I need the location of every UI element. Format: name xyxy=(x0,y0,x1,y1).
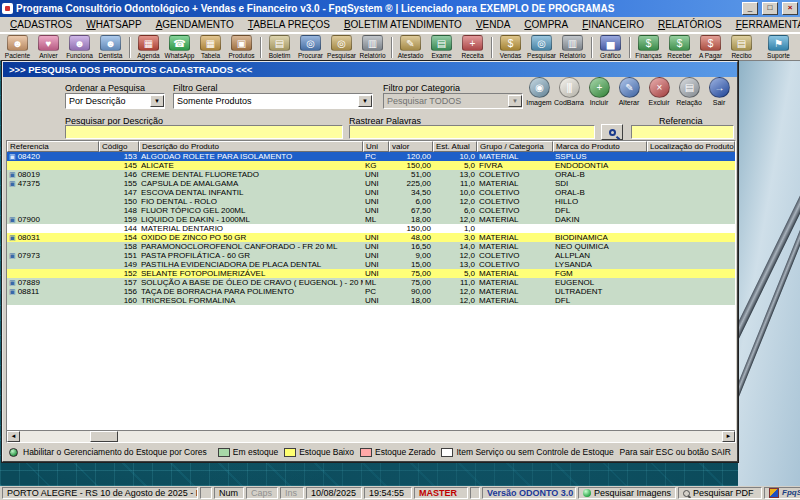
scroll-left-icon[interactable]: ◄ xyxy=(7,431,20,442)
toolbar-button[interactable]: ♥ Aniver xyxy=(33,35,64,60)
table-row[interactable]: ▣08420 153 ALGODAO ROLETE PARA ISOLAMENT… xyxy=(7,152,735,161)
table-row[interactable]: 152 SELANTE FOTOPOLIMERIZÁVEL UNI 75,00 … xyxy=(7,269,735,278)
legend-item: Item Serviço ou sem Controle de Estoque xyxy=(435,447,613,457)
action-button[interactable]: × Excluir xyxy=(645,77,673,107)
table-row[interactable]: 148 FLUOR TÓPICO GEL 200ML UNI 67,50 6,0… xyxy=(7,206,735,215)
toolbar-button[interactable]: + Receita xyxy=(457,35,488,60)
table-row[interactable]: ▣08019 146 CREME DENTAL FLUORETADO UNI 5… xyxy=(7,170,735,179)
menu-item[interactable]: CADASTROS xyxy=(3,18,79,31)
table-row[interactable]: 145 ALICATE KG 150,00 5,0 FIVRA ENDODONT… xyxy=(7,161,735,170)
legend-label: Item Serviço ou sem Controle de Estoque xyxy=(456,447,613,457)
toolbar-button[interactable]: ☻ Dentista xyxy=(95,35,126,60)
menu-item[interactable]: AGENDAMENTO xyxy=(149,18,241,31)
toolbar-button[interactable]: ▥ Relatório xyxy=(357,35,388,60)
toolbar-button[interactable]: ▦ Tabela xyxy=(195,35,226,60)
maximize-button[interactable]: □ xyxy=(762,2,778,15)
action-button[interactable]: ▤ Relação xyxy=(675,77,703,107)
action-button[interactable]: ||| CodBarra xyxy=(555,77,583,107)
column-header-grupo[interactable]: Grupo / Categoria xyxy=(477,141,553,152)
general-filter-label: Filtro Geral xyxy=(173,83,218,93)
window-title: Programa Consultório Odontológico + Vend… xyxy=(16,3,738,14)
category-filter-select[interactable]: Pesquisar TODOS ▼ xyxy=(383,93,523,109)
table-row[interactable]: ▣08811 156 TAÇA DE BORRACHA PARA POLIMEN… xyxy=(7,287,735,296)
table-row[interactable]: ▣08031 154 OXIDO DE ZINCO PO 50 GR UNI 4… xyxy=(7,233,735,242)
scroll-right-icon[interactable]: ► xyxy=(722,431,735,442)
toolbar-button[interactable]: ▤ Exame xyxy=(426,35,457,60)
track-words-input[interactable] xyxy=(349,125,595,139)
table-row[interactable]: 158 PARAMONOCLOROFENOL CANFORADO - FR 20… xyxy=(7,242,735,251)
column-header-marca[interactable]: Marca do Produto xyxy=(553,141,647,152)
toolbar-button[interactable]: ▤ Boletim xyxy=(264,35,295,60)
toolbar-button[interactable]: ▅ Gráfico xyxy=(595,35,626,60)
toolbar-button[interactable]: ☻ Paciente xyxy=(2,35,33,60)
menu-item[interactable]: WHATSAPP xyxy=(79,18,148,31)
menu-item[interactable]: BOLETIM ATENDIMENTO xyxy=(337,18,469,31)
toolbar-button-label: Vendas xyxy=(500,51,522,60)
column-header-referencia[interactable]: Referencia xyxy=(7,141,99,152)
cell-marca: EUGENOL xyxy=(553,278,647,287)
table-row[interactable]: ▣47375 155 CAPSULA DE AMALGAMA UNI 225,0… xyxy=(7,179,735,188)
column-header-localizacao[interactable]: Localização do Produto xyxy=(647,141,735,152)
menu-item[interactable]: VENDA xyxy=(469,18,517,31)
toolbar-button[interactable]: ▥ Relatório xyxy=(557,35,588,60)
table-row[interactable]: 144 MATERIAL DENTARIO 150,00 1,0 xyxy=(7,224,735,233)
menu-item[interactable]: TABELA PREÇOS xyxy=(241,18,337,31)
order-filter-select[interactable]: Por Descrição ▼ xyxy=(65,93,165,109)
column-header-descricao[interactable]: Descrição do Produto xyxy=(139,141,363,152)
column-header-uni[interactable]: Uni xyxy=(363,141,389,152)
action-button[interactable]: ✎ Alterar xyxy=(615,77,643,107)
table-row[interactable]: 150 FIO DENTAL - ROLO UNI 6,00 12,0 COLE… xyxy=(7,197,735,206)
column-header-codigo[interactable]: Código xyxy=(99,141,139,152)
menu-item[interactable]: FINANCEIRO xyxy=(575,18,651,31)
toolbar-button-label: Gráfico xyxy=(600,51,621,60)
close-button[interactable]: × xyxy=(782,2,798,15)
table-row[interactable]: 147 ESCOVA DENTAL INFANTIL UNI 34,50 10,… xyxy=(7,188,735,197)
horizontal-scrollbar[interactable]: ◄ ► xyxy=(7,430,735,442)
toolbar-button[interactable]: ◎ Pesquisar xyxy=(326,35,357,60)
cell-codigo: 153 xyxy=(99,152,139,161)
toolbar-button[interactable]: ◎ Pesquisar xyxy=(526,35,557,60)
search-images-button[interactable]: Pesquisar Imagens xyxy=(578,487,676,499)
menu-item[interactable]: FERRAMENTAS xyxy=(729,18,800,31)
toolbar-button[interactable]: ▦ Agenda xyxy=(133,35,164,60)
action-button[interactable]: → Sair xyxy=(705,77,733,107)
chevron-down-icon[interactable]: ▼ xyxy=(508,95,522,107)
product-image-icon: ▣ xyxy=(9,234,16,241)
table-row[interactable]: 149 PASTILHA EVIDENCIADORA DE PLACA DENT… xyxy=(7,260,735,269)
stock-colors-toggle[interactable] xyxy=(9,448,18,457)
column-header-estoque[interactable]: Est. Atual xyxy=(433,141,477,152)
toolbar-button[interactable]: ✎ Atestado xyxy=(395,35,426,60)
scrollbar-thumb[interactable] xyxy=(90,431,118,442)
search-description-input[interactable] xyxy=(65,125,343,139)
chevron-down-icon[interactable]: ▼ xyxy=(358,95,372,107)
scrollbar-track[interactable] xyxy=(20,431,722,442)
toolbar-button-label: Relatório xyxy=(359,51,385,60)
chevron-down-icon[interactable]: ▼ xyxy=(150,95,164,107)
legend-item: Estoque Baixo xyxy=(278,447,354,457)
toolbar-button[interactable]: $ Vendas xyxy=(495,35,526,60)
support-button[interactable]: ⚑ Suporte xyxy=(763,35,794,60)
toolbar-button[interactable]: $ A Pagar xyxy=(695,35,726,60)
action-button[interactable]: + Incluir xyxy=(585,77,613,107)
toolbar-button[interactable]: $ Finanças xyxy=(633,35,664,60)
menu-item[interactable]: COMPRA xyxy=(517,18,575,31)
table-row[interactable]: 160 TRICRESOL FORMALINA UNI 18,00 12,0 M… xyxy=(7,296,735,305)
table-row[interactable]: ▣07889 157 SOLUÇÃO A BASE DE ÓLEO DE CRA… xyxy=(7,278,735,287)
toolbar-button[interactable]: $ Receber xyxy=(664,35,695,60)
toolbar-button[interactable]: ☻ Funciona xyxy=(64,35,95,60)
menu-item[interactable]: RELATÓRIOS xyxy=(651,18,729,31)
search-button[interactable] xyxy=(601,124,623,140)
general-filter-select[interactable]: Somente Produtos ▼ xyxy=(173,93,373,109)
minimize-button[interactable]: _ xyxy=(742,2,758,15)
column-header-valor[interactable]: valor xyxy=(389,141,433,152)
search-pdf-button[interactable]: Pesquisar PDF xyxy=(678,487,762,499)
table-row[interactable]: ▣07900 159 LIQUIDO DE DAKIN - 1000ML ML … xyxy=(7,215,735,224)
action-button[interactable]: ◉ Imagem xyxy=(525,77,553,107)
toolbar-button[interactable]: ▤ Recibo xyxy=(726,35,757,60)
toolbar-button[interactable]: ☎ WhatsApp xyxy=(164,35,195,60)
dentist-icon: ☻ xyxy=(100,35,121,51)
toolbar-button[interactable]: ▣ Produtos xyxy=(226,35,257,60)
toolbar-button[interactable]: ◎ Procurar xyxy=(295,35,326,60)
table-row[interactable]: ▣07973 151 PASTA PROFILÁTICA - 60 GR UNI… xyxy=(7,251,735,260)
reference-input[interactable] xyxy=(631,125,734,139)
